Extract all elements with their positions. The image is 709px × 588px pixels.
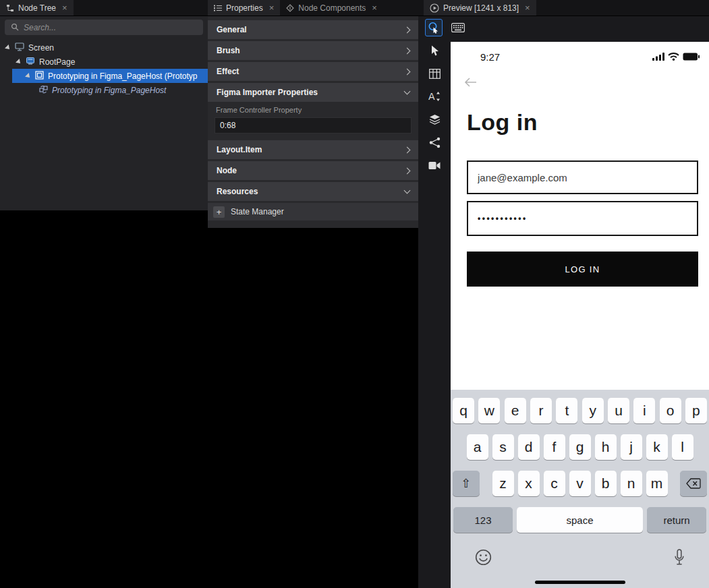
section-effect[interactable]: Effect [208,62,418,81]
state-manager-label: State Manager [231,207,284,216]
plus-icon[interactable]: + [213,206,225,218]
svg-text:A: A [428,91,435,102]
tab-preview[interactable]: Preview [1241 x 813] × [424,0,536,16]
key-z[interactable]: z [492,471,514,496]
font-size-tool[interactable]: A [428,90,441,102]
video-tool[interactable] [428,159,441,171]
tree-item-label: Prototyping in Figma_PageHost (Prototyp [48,71,197,81]
keyboard-row-2: a s d f g h j k l [453,434,707,460]
key-j[interactable]: j [621,434,642,460]
key-i[interactable]: i [633,398,655,423]
key-h[interactable]: h [595,434,617,460]
section-node[interactable]: Node [208,161,418,180]
keyboard-row-1: q w e r t y u i o p [453,398,707,423]
tree-icon [6,4,14,12]
section-brush[interactable]: Brush [208,41,418,60]
key-b[interactable]: b [595,471,617,496]
close-icon[interactable]: × [372,3,377,12]
key-x[interactable]: x [518,471,540,496]
key-w[interactable]: w [478,398,500,423]
select-cursor-tool[interactable] [428,45,441,57]
key-q[interactable]: q [453,398,474,423]
key-e[interactable]: e [505,398,526,423]
key-r[interactable]: r [530,398,552,423]
email-field[interactable] [467,160,698,194]
expander-icon[interactable] [16,59,22,65]
dictation-key[interactable] [674,549,685,568]
cellular-signal-icon [652,53,664,61]
chevron-right-icon [404,68,411,75]
virtual-keyboard-button[interactable] [449,19,467,36]
numbers-key[interactable]: 123 [453,507,513,533]
password-field[interactable] [467,201,698,236]
table-tool[interactable] [428,67,441,80]
search-input[interactable] [24,23,197,32]
expander-icon[interactable] [25,73,32,80]
tab-node-components-label: Node Components [298,3,366,13]
hot-design-pointer-button[interactable] [425,19,443,36]
tab-node-components[interactable]: Node Components × [280,0,383,16]
key-n[interactable]: n [621,471,642,496]
chevron-right-icon [404,146,411,153]
expander-icon[interactable] [5,45,11,51]
back-button[interactable] [464,77,478,90]
key-g[interactable]: g [569,434,591,460]
section-label: Effect [217,67,239,76]
frame-controller-label: Frame Controller Property [208,104,418,117]
section-label: Brush [217,46,240,55]
search-icon [11,22,19,34]
properties-panel: Properties × Node Components × General B… [208,0,418,228]
key-d[interactable]: d [518,434,540,460]
tree-item-screen[interactable]: Screen [0,40,208,55]
key-m[interactable]: m [646,471,668,496]
close-icon[interactable]: × [269,3,275,12]
emoji-icon [475,549,492,566]
tab-node-tree[interactable]: Node Tree × [0,0,74,16]
keyboard-bottom-bar [451,549,709,568]
return-key[interactable]: return [647,507,706,533]
tree-item-rootpage[interactable]: RootPage [0,55,208,69]
flow-tool[interactable] [428,136,441,148]
emoji-key[interactable] [475,549,492,568]
close-icon[interactable]: × [62,3,67,12]
preview-tabbar: Preview [1241 x 813] × [418,0,709,16]
close-icon[interactable]: × [525,3,530,12]
tree-search-box[interactable] [5,20,203,35]
tab-properties[interactable]: Properties × [208,0,280,16]
key-v[interactable]: v [569,471,591,496]
login-button[interactable]: LOG IN [467,252,698,287]
key-k[interactable]: k [646,434,668,460]
key-o[interactable]: o [660,398,681,423]
section-figma-importer[interactable]: Figma Importer Properties [208,83,418,102]
tree-item-prototyping-pagehost[interactable]: Prototyping in Figma_PageHost (Prototyp [12,69,208,83]
keyboard-row-4: 123 space return [453,507,707,533]
pointer-circle-icon [428,22,440,34]
frame-controller-input[interactable] [215,117,412,134]
key-y[interactable]: y [582,398,604,423]
key-p[interactable]: p [685,398,707,423]
space-key[interactable]: space [517,507,643,533]
layers-tool[interactable] [428,113,441,125]
section-general[interactable]: General [208,20,418,39]
flow-icon [429,137,441,148]
key-a[interactable]: a [467,434,488,460]
state-manager-row[interactable]: + State Manager [208,203,418,220]
key-c[interactable]: c [544,471,565,496]
tree-item-label: Prototyping in Figma_PageHost [52,86,166,95]
key-u[interactable]: u [608,398,629,423]
key-f[interactable]: f [544,434,565,460]
backspace-key[interactable] [680,471,707,496]
ios-keyboard: q w e r t y u i o p a s d f g h [451,390,709,588]
key-l[interactable]: l [672,434,693,460]
shift-key[interactable]: ⇧ [453,471,480,496]
chevron-right-icon [404,167,411,174]
tree-item-prototyping-instance[interactable]: Prototyping in Figma_PageHost [0,83,208,97]
key-s[interactable]: s [492,434,514,460]
home-indicator[interactable] [535,581,625,584]
key-t[interactable]: t [556,398,577,423]
section-layout-item[interactable]: Layout.Item [208,140,418,159]
section-resources[interactable]: Resources [208,182,418,201]
chevron-down-icon [404,187,411,194]
frame-icon [35,71,44,82]
section-label: Layout.Item [217,145,262,154]
